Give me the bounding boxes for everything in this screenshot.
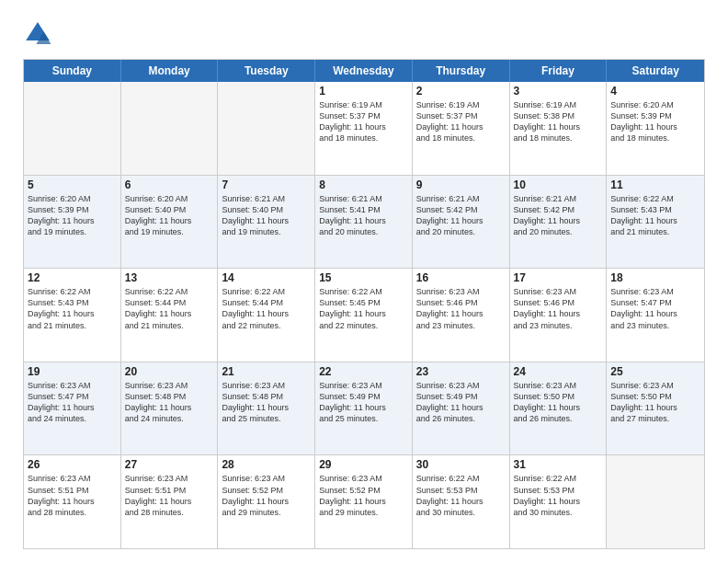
calendar-row-2: 5Sunrise: 6:20 AM Sunset: 5:39 PM Daylig… bbox=[24, 175, 704, 269]
day-info: Sunrise: 6:21 AM Sunset: 5:41 PM Dayligh… bbox=[319, 193, 408, 238]
day-number: 20 bbox=[125, 365, 214, 378]
day-number: 7 bbox=[222, 178, 311, 191]
day-info: Sunrise: 6:23 AM Sunset: 5:50 PM Dayligh… bbox=[514, 380, 603, 425]
day-cell-6: 6Sunrise: 6:20 AM Sunset: 5:40 PM Daylig… bbox=[121, 176, 219, 269]
day-header-wednesday: Wednesday bbox=[315, 60, 413, 82]
day-cell-21: 21Sunrise: 6:23 AM Sunset: 5:48 PM Dayli… bbox=[218, 362, 315, 455]
day-cell-12: 12Sunrise: 6:22 AM Sunset: 5:43 PM Dayli… bbox=[24, 269, 121, 362]
day-header-sunday: Sunday bbox=[24, 60, 121, 82]
day-info: Sunrise: 6:22 AM Sunset: 5:44 PM Dayligh… bbox=[222, 286, 311, 331]
day-number: 2 bbox=[416, 85, 506, 98]
day-info: Sunrise: 6:23 AM Sunset: 5:49 PM Dayligh… bbox=[416, 380, 506, 425]
day-cell-13: 13Sunrise: 6:22 AM Sunset: 5:44 PM Dayli… bbox=[121, 269, 219, 362]
header bbox=[23, 18, 705, 48]
day-cell-25: 25Sunrise: 6:23 AM Sunset: 5:50 PM Dayli… bbox=[607, 362, 704, 455]
day-number: 29 bbox=[319, 458, 408, 471]
day-cell-30: 30Sunrise: 6:22 AM Sunset: 5:53 PM Dayli… bbox=[413, 455, 510, 548]
day-cell-1: 1Sunrise: 6:19 AM Sunset: 5:37 PM Daylig… bbox=[315, 82, 413, 175]
day-number: 26 bbox=[28, 458, 117, 471]
day-cell-11: 11Sunrise: 6:22 AM Sunset: 5:43 PM Dayli… bbox=[607, 176, 704, 269]
day-number: 6 bbox=[125, 178, 214, 191]
day-cell-31: 31Sunrise: 6:22 AM Sunset: 5:53 PM Dayli… bbox=[510, 455, 608, 548]
day-number: 17 bbox=[514, 271, 603, 284]
day-info: Sunrise: 6:23 AM Sunset: 5:48 PM Dayligh… bbox=[125, 380, 214, 425]
day-info: Sunrise: 6:23 AM Sunset: 5:52 PM Dayligh… bbox=[319, 473, 408, 518]
day-info: Sunrise: 6:22 AM Sunset: 5:53 PM Dayligh… bbox=[416, 473, 506, 518]
day-number: 16 bbox=[416, 271, 506, 284]
day-info: Sunrise: 6:21 AM Sunset: 5:42 PM Dayligh… bbox=[416, 193, 506, 238]
day-info: Sunrise: 6:21 AM Sunset: 5:42 PM Dayligh… bbox=[514, 193, 603, 238]
day-number: 21 bbox=[222, 365, 311, 378]
day-cell-4: 4Sunrise: 6:20 AM Sunset: 5:39 PM Daylig… bbox=[607, 82, 704, 175]
day-number: 15 bbox=[319, 271, 408, 284]
day-cell-15: 15Sunrise: 6:22 AM Sunset: 5:45 PM Dayli… bbox=[315, 269, 413, 362]
day-number: 13 bbox=[125, 271, 214, 284]
day-number: 30 bbox=[416, 458, 506, 471]
day-number: 3 bbox=[514, 85, 603, 98]
day-number: 19 bbox=[28, 365, 117, 378]
day-cell-8: 8Sunrise: 6:21 AM Sunset: 5:41 PM Daylig… bbox=[315, 176, 413, 269]
day-info: Sunrise: 6:22 AM Sunset: 5:53 PM Dayligh… bbox=[514, 473, 603, 518]
day-number: 8 bbox=[319, 178, 408, 191]
day-info: Sunrise: 6:19 AM Sunset: 5:37 PM Dayligh… bbox=[416, 99, 506, 144]
day-info: Sunrise: 6:23 AM Sunset: 5:49 PM Dayligh… bbox=[319, 380, 408, 425]
day-cell-19: 19Sunrise: 6:23 AM Sunset: 5:47 PM Dayli… bbox=[24, 362, 121, 455]
day-header-tuesday: Tuesday bbox=[218, 60, 315, 82]
day-number: 10 bbox=[514, 178, 603, 191]
calendar-row-3: 12Sunrise: 6:22 AM Sunset: 5:43 PM Dayli… bbox=[24, 268, 704, 362]
calendar-row-5: 26Sunrise: 6:23 AM Sunset: 5:51 PM Dayli… bbox=[24, 454, 704, 548]
day-number: 5 bbox=[28, 178, 117, 191]
day-cell-29: 29Sunrise: 6:23 AM Sunset: 5:52 PM Dayli… bbox=[315, 455, 413, 548]
calendar: SundayMondayTuesdayWednesdayThursdayFrid… bbox=[23, 59, 705, 549]
day-number: 28 bbox=[222, 458, 311, 471]
calendar-header: SundayMondayTuesdayWednesdayThursdayFrid… bbox=[24, 60, 704, 82]
day-number: 24 bbox=[514, 365, 603, 378]
day-cell-17: 17Sunrise: 6:23 AM Sunset: 5:46 PM Dayli… bbox=[510, 269, 608, 362]
page: SundayMondayTuesdayWednesdayThursdayFrid… bbox=[0, 0, 728, 563]
day-number: 1 bbox=[319, 85, 408, 98]
day-info: Sunrise: 6:22 AM Sunset: 5:45 PM Dayligh… bbox=[319, 286, 408, 331]
day-info: Sunrise: 6:23 AM Sunset: 5:47 PM Dayligh… bbox=[610, 286, 700, 331]
day-cell-20: 20Sunrise: 6:23 AM Sunset: 5:48 PM Dayli… bbox=[121, 362, 219, 455]
logo-icon bbox=[23, 18, 52, 48]
day-cell-23: 23Sunrise: 6:23 AM Sunset: 5:49 PM Dayli… bbox=[413, 362, 510, 455]
day-cell-18: 18Sunrise: 6:23 AM Sunset: 5:47 PM Dayli… bbox=[607, 269, 704, 362]
day-info: Sunrise: 6:23 AM Sunset: 5:46 PM Dayligh… bbox=[416, 286, 506, 331]
day-info: Sunrise: 6:22 AM Sunset: 5:43 PM Dayligh… bbox=[610, 193, 700, 238]
day-cell-14: 14Sunrise: 6:22 AM Sunset: 5:44 PM Dayli… bbox=[218, 269, 315, 362]
calendar-body: 1Sunrise: 6:19 AM Sunset: 5:37 PM Daylig… bbox=[24, 82, 704, 548]
day-cell-28: 28Sunrise: 6:23 AM Sunset: 5:52 PM Dayli… bbox=[218, 455, 315, 548]
day-cell-16: 16Sunrise: 6:23 AM Sunset: 5:46 PM Dayli… bbox=[413, 269, 510, 362]
day-cell-9: 9Sunrise: 6:21 AM Sunset: 5:42 PM Daylig… bbox=[413, 176, 510, 269]
day-info: Sunrise: 6:22 AM Sunset: 5:44 PM Dayligh… bbox=[125, 286, 214, 331]
day-number: 25 bbox=[610, 365, 700, 378]
day-info: Sunrise: 6:20 AM Sunset: 5:39 PM Dayligh… bbox=[28, 193, 117, 238]
day-info: Sunrise: 6:23 AM Sunset: 5:50 PM Dayligh… bbox=[610, 380, 700, 425]
logo bbox=[23, 18, 58, 48]
day-number: 12 bbox=[28, 271, 117, 284]
day-header-saturday: Saturday bbox=[607, 60, 704, 82]
day-cell-3: 3Sunrise: 6:19 AM Sunset: 5:38 PM Daylig… bbox=[510, 82, 608, 175]
day-cell-2: 2Sunrise: 6:19 AM Sunset: 5:37 PM Daylig… bbox=[413, 82, 510, 175]
day-info: Sunrise: 6:20 AM Sunset: 5:40 PM Dayligh… bbox=[125, 193, 214, 238]
day-info: Sunrise: 6:23 AM Sunset: 5:51 PM Dayligh… bbox=[125, 473, 214, 518]
empty-cell bbox=[607, 455, 704, 548]
day-number: 22 bbox=[319, 365, 408, 378]
day-number: 18 bbox=[610, 271, 700, 284]
empty-cell bbox=[121, 82, 219, 175]
day-number: 31 bbox=[514, 458, 603, 471]
day-number: 27 bbox=[125, 458, 214, 471]
day-number: 9 bbox=[416, 178, 506, 191]
day-cell-10: 10Sunrise: 6:21 AM Sunset: 5:42 PM Dayli… bbox=[510, 176, 608, 269]
empty-cell bbox=[218, 82, 315, 175]
day-info: Sunrise: 6:22 AM Sunset: 5:43 PM Dayligh… bbox=[28, 286, 117, 331]
day-info: Sunrise: 6:23 AM Sunset: 5:47 PM Dayligh… bbox=[28, 380, 117, 425]
day-cell-22: 22Sunrise: 6:23 AM Sunset: 5:49 PM Dayli… bbox=[315, 362, 413, 455]
calendar-row-1: 1Sunrise: 6:19 AM Sunset: 5:37 PM Daylig… bbox=[24, 82, 704, 175]
day-info: Sunrise: 6:19 AM Sunset: 5:37 PM Dayligh… bbox=[319, 99, 408, 144]
day-cell-24: 24Sunrise: 6:23 AM Sunset: 5:50 PM Dayli… bbox=[510, 362, 608, 455]
empty-cell bbox=[24, 82, 121, 175]
day-info: Sunrise: 6:23 AM Sunset: 5:48 PM Dayligh… bbox=[222, 380, 311, 425]
day-cell-7: 7Sunrise: 6:21 AM Sunset: 5:40 PM Daylig… bbox=[218, 176, 315, 269]
day-header-thursday: Thursday bbox=[413, 60, 510, 82]
